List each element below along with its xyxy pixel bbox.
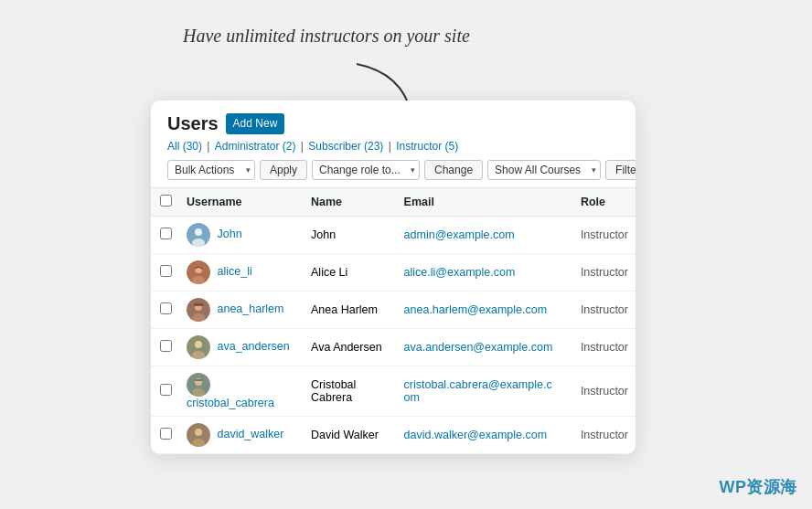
row-checkbox-cell: [151, 366, 179, 417]
col-email: Email: [397, 188, 573, 217]
row-role-cell: Instructor: [573, 217, 636, 254]
col-name: Name: [304, 188, 397, 217]
page-title-row: Users Add New: [167, 113, 619, 134]
change-role-wrapper: Change role to... ▾: [312, 160, 420, 180]
table-row: cristobal_cabrera Cristobal Cabrera cris…: [151, 366, 636, 417]
table-row: ava_andersen Ava Andersen ava.andersen@e…: [151, 329, 636, 366]
avatar: [187, 335, 210, 359]
table-header-row: Username Name Email Role: [151, 188, 636, 217]
username-link[interactable]: John: [217, 228, 241, 240]
email-link[interactable]: cristobal.cabrera@example.c om: [404, 378, 552, 404]
email-link[interactable]: ava.andersen@example.com: [404, 341, 553, 354]
svg-point-12: [195, 341, 202, 348]
email-link[interactable]: alice.li@example.com: [404, 266, 516, 279]
filter-administrator[interactable]: Administrator (2): [215, 140, 296, 153]
row-name-cell: Ava Andersen: [304, 329, 397, 366]
row-role-cell: Instructor: [573, 366, 636, 417]
filter-instructor[interactable]: Instructor (5): [396, 140, 458, 153]
table-row: anea_harlem Anea Harlem anea.harlem@exam…: [151, 292, 636, 329]
add-new-button[interactable]: Add New: [226, 113, 285, 134]
username-link[interactable]: alice_li: [217, 265, 251, 278]
row-checkbox[interactable]: [160, 428, 172, 440]
row-checkbox-cell: [151, 417, 179, 454]
row-email-cell: ava.andersen@example.com: [397, 329, 573, 366]
row-email-cell: david.walker@example.com: [397, 417, 573, 454]
col-username: Username: [179, 188, 304, 217]
apply-button[interactable]: Apply: [260, 160, 307, 180]
page-title: Users: [167, 113, 219, 134]
table-row: alice_li Alice Li alice.li@example.com I…: [151, 254, 636, 292]
email-link[interactable]: anea.harlem@example.com: [404, 303, 548, 316]
filter-button[interactable]: Filter: [605, 160, 636, 180]
show-courses-select[interactable]: Show All Courses: [487, 160, 601, 180]
svg-rect-10: [194, 303, 203, 306]
avatar: [187, 223, 210, 247]
row-username-cell: John: [179, 217, 304, 254]
avatar: [187, 423, 210, 447]
row-email-cell: alice.li@example.com: [397, 254, 573, 292]
username-link[interactable]: ava_andersen: [217, 340, 289, 353]
username-link[interactable]: anea_harlem: [217, 302, 283, 315]
row-role-cell: Instructor: [573, 254, 636, 292]
row-name-cell: Cristobal Cabrera: [304, 366, 397, 417]
users-table: Username Name Email Role John John admin…: [151, 187, 636, 454]
row-name-cell: David Walker: [304, 417, 397, 454]
avatar: [187, 373, 210, 397]
table-row: John John admin@example.com Instructor: [151, 217, 636, 254]
row-email-cell: cristobal.cabrera@example.c om: [397, 366, 573, 417]
email-link[interactable]: admin@example.com: [404, 228, 515, 241]
annotation-text: Have unlimited instructors on your site: [183, 26, 470, 47]
change-role-select[interactable]: Change role to...: [312, 160, 420, 180]
row-checkbox-cell: [151, 329, 179, 366]
row-checkbox-cell: [151, 217, 179, 254]
row-checkbox[interactable]: [160, 228, 172, 239]
col-role: Role: [573, 188, 636, 217]
table-row: david_walker David Walker david.walker@e…: [151, 417, 636, 454]
row-email-cell: admin@example.com: [397, 217, 573, 254]
row-name-cell: Alice Li: [304, 254, 397, 292]
row-role-cell: Instructor: [573, 292, 636, 329]
username-link[interactable]: david_walker: [217, 428, 283, 440]
row-username-cell: anea_harlem: [179, 292, 304, 329]
row-name-cell: John: [304, 217, 397, 254]
svg-rect-17: [195, 379, 202, 381]
avatar: [187, 298, 210, 322]
row-username-cell: david_walker: [179, 417, 304, 454]
show-courses-wrapper: Show All Courses ▾: [487, 160, 601, 180]
row-username-cell: cristobal_cabrera: [179, 366, 304, 417]
bulk-actions-select[interactable]: Bulk Actions: [167, 160, 255, 180]
svg-point-2: [195, 228, 202, 236]
row-role-cell: Instructor: [573, 329, 636, 366]
watermark: WP资源海: [720, 476, 798, 498]
row-checkbox-cell: [151, 292, 179, 329]
username-link[interactable]: cristobal_cabrera: [187, 397, 274, 409]
row-checkbox[interactable]: [160, 302, 172, 314]
col-checkbox: [151, 188, 179, 217]
row-username-cell: ava_andersen: [179, 329, 304, 366]
avatar: [187, 260, 210, 284]
filter-subscriber[interactable]: Subscriber (23): [308, 140, 383, 153]
row-checkbox[interactable]: [160, 340, 172, 352]
users-panel: Users Add New All (30) | Administrator (…: [151, 101, 636, 454]
row-checkbox[interactable]: [160, 265, 172, 277]
svg-point-19: [195, 429, 202, 436]
row-email-cell: anea.harlem@example.com: [397, 292, 573, 329]
row-checkbox-cell: [151, 254, 179, 292]
row-name-cell: Anea Harlem: [304, 292, 397, 329]
email-link[interactable]: david.walker@example.com: [404, 429, 548, 441]
row-role-cell: Instructor: [573, 417, 636, 454]
filter-all[interactable]: All (30): [167, 140, 202, 153]
select-all-checkbox[interactable]: [160, 195, 172, 207]
filter-links: All (30) | Administrator (2) | Subscribe…: [167, 140, 619, 153]
row-username-cell: alice_li: [179, 254, 304, 292]
bulk-actions-wrapper: Bulk Actions ▾: [167, 160, 255, 180]
row-checkbox[interactable]: [160, 384, 172, 396]
change-button[interactable]: Change: [424, 160, 483, 180]
toolbar: Bulk Actions ▾ Apply Change role to... ▾…: [167, 160, 619, 187]
